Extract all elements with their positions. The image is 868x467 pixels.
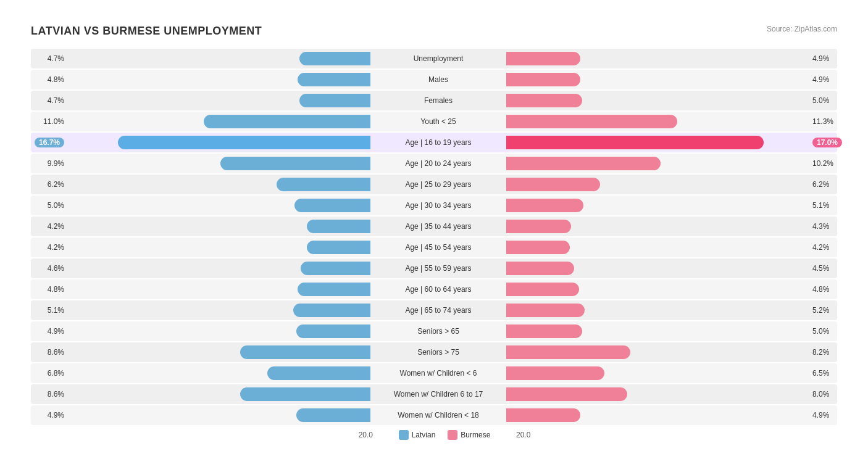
chart-source: Source: ZipAtlas.com <box>767 25 837 33</box>
right-val-cell: 5.2% <box>809 306 846 315</box>
row-label: Age | 45 to 54 years <box>370 243 506 252</box>
right-value: 4.5% <box>812 264 829 273</box>
row-label: Age | 20 to 24 years <box>370 159 506 168</box>
right-bar <box>506 73 580 86</box>
left-bar-area <box>68 241 370 254</box>
left-bar <box>298 73 370 86</box>
row-label: Women w/ Children < 6 <box>370 369 506 378</box>
right-val-cell: 4.8% <box>809 285 846 294</box>
right-val-cell: 4.9% <box>809 411 846 419</box>
latvian-swatch <box>399 430 409 440</box>
left-bar-area <box>68 324 370 338</box>
right-value: 5.0% <box>812 327 829 336</box>
chart-row: 8.6% Women w/ Children 6 to 17 8.0% <box>31 384 837 404</box>
left-val-cell: 4.9% <box>31 327 68 336</box>
left-val-cell: 5.1% <box>31 306 68 315</box>
row-label: Women w/ Children 6 to 17 <box>370 390 506 399</box>
left-val-cell: 6.2% <box>31 180 68 189</box>
left-value: 4.2% <box>48 243 64 252</box>
chart-row: 6.2% Age | 25 to 29 years 6.2% <box>31 175 837 194</box>
right-val-cell: 5.0% <box>809 96 846 105</box>
left-val-cell: 4.2% <box>31 222 68 231</box>
left-bar <box>204 115 370 128</box>
row-label: Women w/ Children < 18 <box>370 411 506 419</box>
row-label: Age | 60 to 64 years <box>370 285 506 294</box>
left-val-cell: 16.7% <box>31 138 68 147</box>
right-val-cell: 6.5% <box>809 369 846 378</box>
right-value: 4.8% <box>812 285 829 294</box>
right-val-cell: 10.2% <box>809 159 846 168</box>
chart-row: 5.0% Age | 30 to 34 years 5.1% <box>31 196 837 215</box>
chart-body: 4.7% Unemployment 4.9% 4.8% Males 4.9% <box>31 49 837 425</box>
row-label: Unemployment <box>370 54 506 63</box>
chart-row: 4.6% Age | 55 to 59 years 4.5% <box>31 258 837 278</box>
left-bar <box>296 408 370 422</box>
chart-row: 9.9% Age | 20 to 24 years 10.2% <box>31 154 837 173</box>
right-bar-area <box>506 387 809 401</box>
row-label: Age | 25 to 29 years <box>370 180 506 189</box>
left-bar <box>294 199 370 212</box>
right-bar-area <box>506 304 809 317</box>
right-value: 4.2% <box>812 243 829 252</box>
left-bar <box>267 366 370 380</box>
row-label: Females <box>370 96 506 105</box>
left-value: 5.0% <box>48 201 64 210</box>
right-bar <box>506 262 574 275</box>
chart-container: LATVIAN VS BURMESE UNEMPLOYMENT Source: … <box>12 12 856 458</box>
chart-title: LATVIAN VS BURMESE UNEMPLOYMENT <box>31 25 262 38</box>
left-bar-area <box>68 345 370 359</box>
right-val-cell: 11.3% <box>809 117 846 126</box>
right-bar <box>506 387 627 401</box>
left-value: 9.9% <box>48 159 64 168</box>
left-bar <box>298 283 370 296</box>
right-val-cell: 17.0% <box>809 138 846 147</box>
right-bar-area <box>506 157 809 170</box>
left-bar-area <box>68 304 370 317</box>
right-val-cell: 4.2% <box>809 243 846 252</box>
left-bar-area <box>68 157 370 170</box>
right-val-cell: 5.1% <box>809 201 846 210</box>
right-bar-area <box>506 324 809 338</box>
right-bar-area <box>506 366 809 380</box>
right-bar-area <box>506 94 809 107</box>
right-bar <box>506 115 677 128</box>
left-bar <box>299 94 370 107</box>
left-bar-area <box>68 136 370 149</box>
left-val-cell: 8.6% <box>31 348 68 357</box>
right-bar <box>506 52 580 65</box>
right-value: 5.2% <box>812 306 829 315</box>
left-bar-area <box>68 52 370 65</box>
left-bar-area <box>68 94 370 107</box>
right-val-cell: 8.2% <box>809 348 846 357</box>
right-bar <box>506 408 580 422</box>
right-bar-area <box>506 178 809 191</box>
left-bar-area <box>68 178 370 191</box>
right-bar-area <box>506 220 809 233</box>
row-label: Age | 16 to 19 years <box>370 138 506 147</box>
right-value: 6.2% <box>812 180 829 189</box>
left-val-cell: 4.2% <box>31 243 68 252</box>
chart-row: 16.7% Age | 16 to 19 years 17.0% <box>31 133 837 152</box>
left-value: 4.9% <box>48 411 64 419</box>
chart-row: 8.6% Seniors > 75 8.2% <box>31 342 837 362</box>
right-bar <box>506 241 570 254</box>
right-bar-area <box>506 345 809 359</box>
chart-row: 4.8% Age | 60 to 64 years 4.8% <box>31 279 837 299</box>
chart-row: 6.8% Women w/ Children < 6 6.5% <box>31 363 837 383</box>
chart-row: 4.2% Age | 35 to 44 years 4.3% <box>31 217 837 236</box>
legend-latvian: Latvian <box>399 430 436 440</box>
left-value: 4.2% <box>48 222 64 231</box>
right-bar <box>506 366 604 380</box>
right-bar <box>506 178 600 191</box>
row-label: Youth < 25 <box>370 117 506 126</box>
left-bar <box>307 220 370 233</box>
right-val-cell: 4.5% <box>809 264 846 273</box>
left-bar <box>296 324 370 338</box>
left-bar <box>240 345 370 359</box>
right-bar <box>506 199 583 212</box>
right-value: 8.0% <box>812 390 829 399</box>
latvian-label: Latvian <box>412 431 436 439</box>
right-value: 8.2% <box>812 348 829 357</box>
axis-legend: Latvian Burmese <box>377 430 512 440</box>
right-val-cell: 5.0% <box>809 327 846 336</box>
